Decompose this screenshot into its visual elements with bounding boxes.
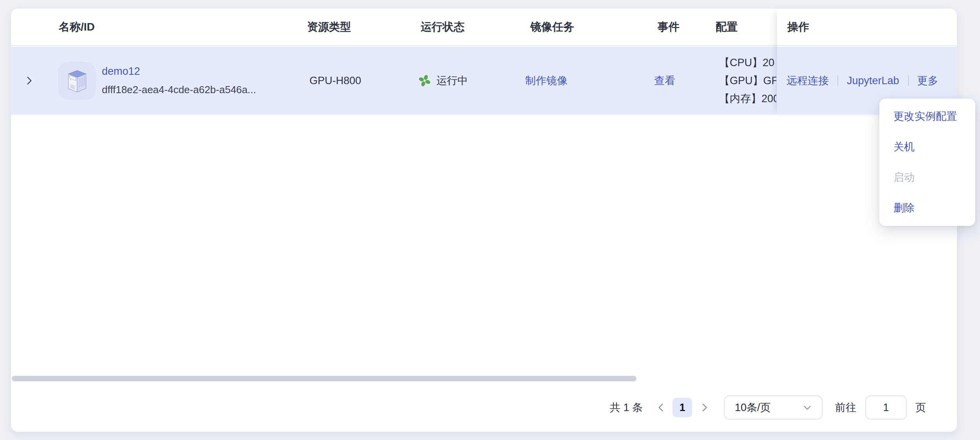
- run-status-cell: 运行中: [418, 47, 468, 115]
- column-header-event: 事件: [658, 9, 680, 45]
- resource-type-cell: GPU-H800: [309, 47, 361, 115]
- instance-id-text: dfff18e2-aea4-4cde-a62b-a546a...: [102, 84, 256, 96]
- goto-page-input[interactable]: [865, 395, 907, 420]
- instance-name-link[interactable]: demo12: [102, 65, 140, 78]
- name-id-cell: demo12 dfff18e2-aea4-4cde-a62b-a546a...: [102, 47, 256, 115]
- view-event-link[interactable]: 查看: [654, 47, 675, 115]
- instance-icon-tile: [58, 62, 96, 100]
- column-header-config: 配置: [716, 9, 738, 45]
- prev-page-button[interactable]: [653, 395, 669, 420]
- more-actions-dropdown: 更改实例配置 关机 启动 删除: [879, 99, 975, 226]
- page-size-select[interactable]: 10条/页: [724, 395, 823, 420]
- chevron-right-icon: [699, 402, 709, 413]
- menu-item-start: 启动: [879, 162, 975, 193]
- column-header-resource-type: 资源类型: [307, 9, 351, 45]
- action-separator: [908, 75, 909, 86]
- make-image-link[interactable]: 制作镜像: [525, 47, 568, 115]
- page-unit-label: 页: [915, 395, 926, 420]
- action-separator: [837, 75, 838, 86]
- fan-running-icon: [418, 74, 432, 88]
- config-gpu-line: 【GPU】GPU: [719, 72, 776, 90]
- chevron-right-icon: [24, 76, 34, 86]
- table-header: 名称/ID 资源类型 运行状态 镜像任务 事件 配置: [11, 9, 777, 46]
- config-cpu-line: 【CPU】20: [719, 54, 774, 72]
- chevron-down-icon: [802, 402, 812, 413]
- config-cell: 【CPU】20 【GPU】GPU 【内存】200: [719, 47, 776, 115]
- instance-list-page: 名称/ID 资源类型 运行状态 镜像任务 事件 配置 demo12: [0, 0, 980, 440]
- jupyterlab-link[interactable]: JupyterLab: [847, 75, 899, 87]
- horizontal-scrollbar-thumb[interactable]: [12, 376, 636, 381]
- server-tower-icon: [63, 67, 91, 95]
- column-header-image-task: 镜像任务: [530, 9, 574, 45]
- remote-connect-link[interactable]: 远程连接: [787, 74, 829, 88]
- menu-item-shutdown[interactable]: 关机: [879, 132, 975, 162]
- more-actions-link[interactable]: 更多: [917, 74, 938, 88]
- column-header-run-status: 运行状态: [421, 9, 465, 45]
- expand-row-button[interactable]: [24, 47, 35, 115]
- menu-item-change-instance-config[interactable]: 更改实例配置: [879, 101, 975, 132]
- next-page-button[interactable]: [696, 395, 712, 420]
- page-number-button[interactable]: 1: [673, 398, 692, 417]
- config-memory-line: 【内存】200: [719, 90, 776, 108]
- page-size-value: 10条/页: [735, 400, 771, 415]
- goto-page-label: 前往: [835, 395, 856, 420]
- chevron-left-icon: [656, 402, 666, 413]
- run-status-text: 运行中: [436, 74, 468, 88]
- column-header-operations: 操作: [787, 9, 809, 45]
- operations-header: 操作: [777, 9, 957, 46]
- column-header-name-id: 名称/ID: [59, 9, 95, 45]
- total-count-text: 共 1 条: [610, 395, 643, 420]
- menu-item-delete[interactable]: 删除: [879, 193, 975, 223]
